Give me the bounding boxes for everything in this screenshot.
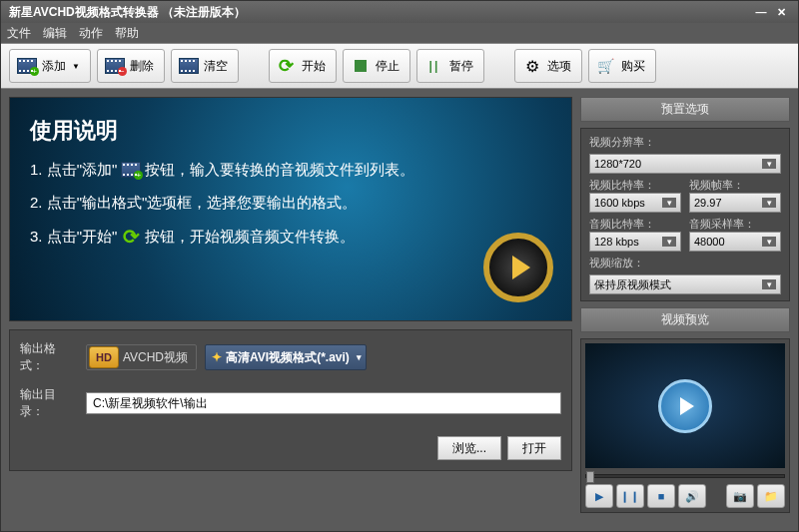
refresh-icon: ⟳ [276, 55, 298, 77]
film-delete-icon: − [104, 55, 126, 77]
video-preview-panel: ▶ ❙❙ ■ 🔊 📷 📁 [580, 338, 790, 513]
preview-screen [585, 343, 785, 468]
instruction-step-1: 1. 点击"添加" + 按钮，输入要转换的音视频文件到列表。 [30, 160, 551, 180]
resolution-select[interactable]: 1280*720 [589, 154, 781, 174]
framerate-select[interactable]: 29.97 [689, 193, 781, 213]
format-category[interactable]: HD AVCHD视频 [86, 344, 197, 370]
cart-icon: 🛒 [595, 55, 617, 77]
close-button[interactable]: ✕ [772, 5, 790, 19]
vbitrate-label: 视频比特率： [589, 178, 681, 193]
stop-icon [350, 55, 372, 77]
sparkle-icon: ✦ [212, 350, 222, 364]
options-button[interactable]: ⚙ 选项 [514, 49, 582, 83]
menu-edit[interactable]: 编辑 [43, 25, 67, 42]
pause-button[interactable]: || 暂停 [416, 49, 484, 83]
resolution-label: 视频分辨率： [589, 135, 781, 150]
buy-button[interactable]: 🛒 购买 [588, 49, 656, 83]
instruction-step-3: 3. 点击"开始" ⟳ 按钮，开始视频音频文件转换。 [30, 227, 551, 247]
delete-button[interactable]: − 删除 [97, 49, 165, 83]
folder-button[interactable]: 📁 [757, 484, 785, 508]
film-add-icon: + [16, 55, 38, 77]
stop-button[interactable]: ■ [647, 484, 675, 508]
play-button[interactable]: ▶ [585, 484, 613, 508]
menubar: 文件 编辑 动作 帮助 [1, 23, 798, 43]
start-button[interactable]: ⟳ 开始 [269, 49, 337, 83]
scale-label: 视频缩放： [589, 256, 781, 270]
add-button[interactable]: + 添加▼ [9, 49, 91, 83]
abitrate-select[interactable]: 128 kbps [589, 232, 681, 252]
format-select[interactable]: ✦ 高清AVI视频格式(*.avi) [205, 344, 367, 370]
output-panel: 输出格式： HD AVCHD视频 ✦ 高清AVI视频格式(*.avi) 输出目录… [9, 329, 572, 471]
refresh-icon: ⟳ [119, 227, 143, 247]
open-button[interactable]: 打开 [507, 436, 561, 460]
output-dir-label: 输出目录： [20, 386, 78, 420]
film-clear-icon [178, 55, 200, 77]
snapshot-button[interactable]: 📷 [726, 484, 754, 508]
clear-button[interactable]: 清空 [171, 49, 239, 83]
menu-file[interactable]: 文件 [7, 25, 31, 42]
app-title: 新星AVCHD视频格式转换器 （未注册版本） [9, 4, 246, 21]
scale-select[interactable]: 保持原视频模式 [589, 274, 781, 294]
samplerate-select[interactable]: 48000 [689, 232, 781, 252]
volume-button[interactable]: 🔊 [678, 484, 706, 508]
toolbar: + 添加▼ − 删除 清空 ⟳ 开始 停止 || 暂停 ⚙ 选项 � [1, 43, 798, 89]
menu-help[interactable]: 帮助 [115, 25, 139, 42]
play-icon [658, 379, 712, 433]
stop-button[interactable]: 停止 [343, 49, 410, 83]
hd-badge: HD [89, 346, 119, 368]
output-format-label: 输出格式： [20, 340, 78, 374]
instruction-step-2: 2. 点击"输出格式"选项框，选择您要输出的格式。 [30, 194, 551, 213]
output-dir-input[interactable] [86, 392, 561, 414]
preview-panel-title: 视频预览 [580, 307, 790, 332]
pause-button[interactable]: ❙❙ [616, 484, 644, 508]
presets-panel-title: 预置选项 [580, 97, 790, 122]
presets-panel: 视频分辨率： 1280*720 视频比特率： 1600 kbps 视频帧率： 2… [580, 128, 790, 301]
seek-slider[interactable] [585, 474, 785, 478]
browse-button[interactable]: 浏览... [437, 436, 501, 460]
chevron-down-icon: ▼ [72, 62, 80, 71]
play-emblem-icon [483, 233, 553, 302]
film-add-icon: + [119, 160, 143, 180]
instructions-panel: 使用说明 1. 点击"添加" + 按钮，输入要转换的音视频文件到列表。 2. 点… [9, 97, 572, 321]
instructions-title: 使用说明 [30, 116, 551, 146]
abitrate-label: 音频比特率： [589, 217, 681, 232]
minimize-button[interactable]: — [752, 5, 770, 19]
titlebar: 新星AVCHD视频格式转换器 （未注册版本） — ✕ [1, 1, 798, 23]
menu-action[interactable]: 动作 [79, 25, 103, 42]
framerate-label: 视频帧率： [689, 178, 781, 193]
samplerate-label: 音频采样率： [689, 217, 781, 232]
gear-icon: ⚙ [521, 55, 543, 77]
vbitrate-select[interactable]: 1600 kbps [589, 193, 681, 213]
pause-icon: || [423, 55, 445, 77]
